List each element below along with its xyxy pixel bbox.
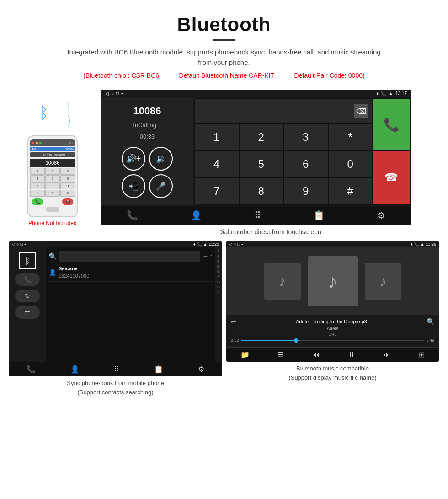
dial-call-button[interactable]: 📞 [373, 99, 410, 150]
phone-home-button[interactable] [46, 207, 59, 212]
music-list-icon[interactable]: ☰ [277, 350, 284, 359]
pb-letter-e[interactable]: E [217, 269, 219, 274]
music-track-number: 1/48 [231, 332, 434, 337]
music-next-icon[interactable]: ⏭ [383, 351, 390, 359]
transfer-button[interactable]: 📲 [122, 174, 145, 198]
phone-key-8[interactable]: 8 [45, 182, 60, 189]
dial-key-5[interactable]: 5 [240, 151, 283, 177]
dial-key-hash[interactable]: # [329, 178, 373, 204]
dial-key-7[interactable]: 7 [195, 178, 239, 204]
pb-nav-dialpad-icon[interactable]: ⠿ [114, 365, 119, 374]
dial-key-3[interactable]: 3 [284, 124, 328, 150]
music-folder-icon[interactable]: 📁 [240, 350, 250, 359]
phone-key-1[interactable]: 1 [30, 168, 45, 175]
nav-back-icon[interactable]: ◁ [105, 91, 109, 96]
nav-home-icon[interactable]: ○ [111, 91, 114, 96]
music-home-icon[interactable]: ○ [234, 242, 236, 247]
phone-key-5[interactable]: 5 [45, 175, 60, 182]
phone-key-9[interactable]: 9 [60, 182, 75, 189]
dial-backspace-button[interactable]: ⌫ [354, 104, 368, 118]
nav-contacts-icon[interactable]: 👤 [191, 210, 202, 221]
dial-key-9[interactable]: 9 [284, 178, 328, 204]
pb-letter-d[interactable]: D [217, 264, 220, 269]
phone-key-4[interactable]: 4 [30, 175, 45, 182]
music-menu-icon[interactable]: ▪ [241, 242, 243, 247]
dial-caller-panel: 10086 InCalling... 00:33 🔊+ 🔉 📲 🎤 [101, 98, 193, 205]
phone-key-7[interactable]: 7 [30, 182, 45, 189]
pb-nav-phone-icon[interactable]: 📞 [27, 365, 36, 374]
music-nav-icons: ◁ ○ □ ▪ [229, 242, 243, 247]
car-nav-bar: 📞 👤 ⠿ 📋 ⚙ [101, 206, 411, 225]
pb-bluetooth-icon: ᛒ [19, 252, 36, 269]
phone-key-6[interactable]: 6 [60, 175, 75, 182]
music-equalizer-icon[interactable]: ⊞ [419, 350, 425, 359]
car-screen-area: ◁ ○ □ ▪ ♦ 📞 ▲ 13:17 10086 InCalling... [101, 90, 439, 241]
phone-key-3[interactable]: 3 [60, 168, 75, 175]
pb-letter-g[interactable]: G [217, 279, 220, 284]
nav-transfer-icon[interactable]: 📋 [313, 210, 325, 221]
bluetooth-symbol-icon: ᛒ [39, 103, 49, 123]
music-shuffle-icon[interactable]: ⇌ [231, 318, 236, 325]
nav-phone-icon[interactable]: 📞 [127, 210, 138, 221]
dial-key-6[interactable]: 6 [284, 151, 328, 177]
pb-sync-button[interactable]: ↻ [15, 290, 40, 302]
pb-search-icon: 🔍 [49, 252, 57, 260]
dial-key-0[interactable]: 0 [329, 151, 373, 177]
phone-key-hash[interactable]: # [60, 190, 75, 197]
phone-call-button[interactable]: 📞 [32, 198, 43, 205]
phone-key-star[interactable]: * [30, 190, 45, 197]
volume-up-button[interactable]: 🔊+ [122, 147, 145, 171]
nav-recents-icon[interactable]: □ [116, 91, 119, 96]
pb-letter-i[interactable]: I [218, 290, 219, 295]
dial-key-4[interactable]: 4 [195, 151, 239, 177]
pb-search-input[interactable] [59, 251, 200, 262]
pb-recent-icon[interactable]: □ [20, 242, 22, 247]
nav-dialpad-icon[interactable]: ⠿ [254, 210, 261, 221]
pb-home-icon[interactable]: ○ [16, 242, 19, 247]
phone-network: 4G [32, 148, 36, 151]
phone-carrier: M+ [43, 141, 73, 145]
music-prev-icon[interactable]: ⏮ [312, 351, 320, 359]
nav-menu-icon[interactable]: ▪ [121, 91, 123, 96]
phone-endcall-button[interactable]: 📵 [62, 198, 73, 205]
pb-letter-b[interactable]: B [217, 254, 219, 259]
phone-key-2[interactable]: 2 [45, 168, 60, 175]
dial-key-1[interactable]: 1 [195, 124, 239, 150]
nav-settings-icon[interactable]: ⚙ [377, 210, 385, 221]
pb-letter-f[interactable]: F [218, 274, 220, 279]
music-recent-icon[interactable]: □ [237, 242, 240, 247]
dial-endcall-button[interactable]: ☎ [373, 151, 410, 204]
pb-nav-settings-icon[interactable]: ⚙ [198, 365, 204, 374]
pb-letter-a[interactable]: A [217, 248, 219, 253]
car-dial-screen: ◁ ○ □ ▪ ♦ 📞 ▲ 13:17 10086 InCalling... [101, 90, 411, 225]
mute-button[interactable]: 🎤 [149, 174, 173, 198]
call-timer: 00:33 [140, 133, 155, 140]
pb-menu-icon[interactable]: ▪ [24, 242, 26, 247]
pb-nav-icons: ◁ ○ □ ▪ [12, 242, 26, 247]
pb-back-arrow-icon[interactable]: ← [202, 252, 208, 260]
pb-sidebar: ᛒ 📞 ↻ 🗑 [9, 247, 46, 362]
pb-letter-c[interactable]: C [217, 259, 220, 264]
pb-contact-item[interactable]: 👤 Seicane 13241007000 [48, 263, 213, 282]
pb-nav-transfer-icon[interactable]: 📋 [154, 365, 163, 374]
pb-asterisk: * [210, 254, 212, 258]
pb-call-button[interactable]: 📞 [15, 273, 40, 286]
dial-key-8[interactable]: 8 [240, 178, 283, 204]
volume-down-button[interactable]: 🔉 [149, 147, 173, 171]
music-artist: Adele [231, 326, 434, 331]
pb-letter-h[interactable]: H [217, 284, 220, 290]
pb-delete-button[interactable]: 🗑 [15, 306, 40, 319]
pb-bottom-bar: 📞 👤 ⠿ 📋 ⚙ [9, 362, 222, 376]
dial-key-star[interactable]: * [329, 124, 373, 150]
phone-top-bar: M+ [30, 139, 75, 146]
dial-key-2[interactable]: 2 [240, 124, 283, 150]
music-album-left: ♪ [264, 263, 301, 300]
music-progress-bar[interactable] [241, 340, 424, 341]
phone-key-0[interactable]: 0 [45, 190, 60, 197]
pb-nav-contacts-icon[interactable]: 👤 [70, 365, 80, 374]
pb-phone-icon: 📞 [197, 242, 202, 247]
music-back-icon[interactable]: ◁ [229, 242, 232, 247]
music-play-pause-icon[interactable]: ⏸ [348, 351, 355, 359]
pb-back-icon[interactable]: ◁ [12, 242, 15, 247]
music-search-icon[interactable]: 🔍 [427, 318, 434, 325]
